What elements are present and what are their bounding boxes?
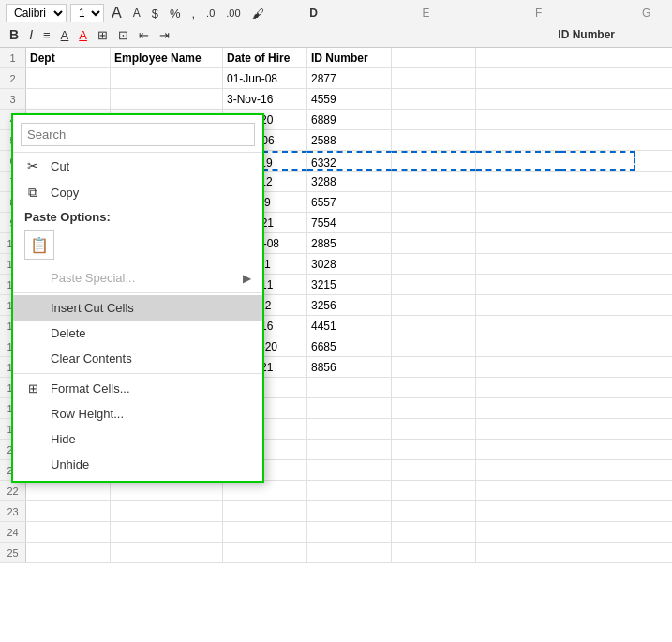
cell-f[interactable] [476, 522, 560, 542]
cell-d[interactable] [307, 522, 392, 542]
bold-button[interactable]: B [6, 25, 22, 44]
cell-f[interactable] [476, 378, 560, 397]
cell-f[interactable] [476, 543, 560, 562]
cell-g[interactable] [560, 275, 635, 294]
cell-b[interactable] [111, 522, 223, 542]
cell-d[interactable] [307, 419, 392, 439]
decrease-decimal-btn[interactable]: .0 [202, 6, 218, 21]
cell-f[interactable] [476, 254, 560, 274]
cell-g[interactable] [560, 68, 635, 88]
cell-e[interactable] [392, 357, 476, 377]
cell-g[interactable] [560, 357, 635, 377]
cell-f[interactable] [476, 172, 560, 191]
cell-g[interactable] [560, 336, 635, 356]
cell-b[interactable] [111, 68, 223, 88]
highlight-color-button[interactable]: A [57, 26, 73, 44]
increase-font-btn[interactable]: A [108, 3, 126, 23]
cell-a[interactable] [26, 522, 111, 542]
cell-g[interactable] [560, 460, 635, 480]
menu-item-cut[interactable]: ✂ Cut [13, 153, 262, 179]
cell-a[interactable] [26, 68, 111, 88]
cell-e[interactable] [392, 316, 476, 336]
cell-g[interactable] [560, 233, 635, 253]
cell-e[interactable] [392, 275, 476, 294]
cell-g[interactable] [560, 398, 635, 418]
cell-d[interactable]: 4451 [307, 316, 392, 336]
cell-c[interactable] [223, 522, 307, 542]
cell-f[interactable] [476, 295, 560, 315]
align-button[interactable]: ≡ [39, 26, 54, 44]
cell-g[interactable] [560, 89, 635, 109]
cell-d[interactable]: 6557 [307, 192, 392, 212]
paint-format-btn[interactable]: 🖌 [248, 5, 268, 22]
cell-f[interactable] [476, 233, 560, 253]
border-button[interactable]: ⊞ [94, 26, 112, 44]
cell-e[interactable] [392, 89, 476, 109]
search-input[interactable] [21, 123, 255, 146]
cell-c[interactable] [223, 481, 307, 500]
cell-b[interactable] [111, 481, 223, 500]
merge-button[interactable]: ⊡ [114, 26, 132, 44]
cell-d[interactable]: 3256 [307, 295, 392, 315]
paste-icon-button[interactable]: 📋 [24, 230, 54, 260]
font-size-select[interactable]: 11 [70, 4, 104, 22]
cell-g[interactable] [560, 316, 635, 336]
cell-e[interactable] [392, 543, 476, 562]
cell-g[interactable] [560, 151, 635, 171]
cell-e[interactable] [392, 68, 476, 88]
menu-item-format-cells[interactable]: ⊞ Format Cells... [13, 376, 262, 401]
cell-g[interactable] [560, 481, 635, 500]
menu-item-paste-special[interactable]: Paste Special... ▶ [13, 265, 262, 291]
cell-g[interactable] [560, 440, 635, 459]
menu-item-delete[interactable]: Delete [13, 321, 262, 346]
cell-f[interactable] [476, 357, 560, 377]
cell-c[interactable]: 3-Nov-16 [223, 89, 307, 109]
menu-item-clear-contents[interactable]: Clear Contents [13, 346, 262, 371]
cell-f[interactable] [476, 316, 560, 336]
indent-increase-btn[interactable]: ⇥ [156, 26, 173, 44]
menu-item-insert-cut-cells[interactable]: Insert Cut Cells [13, 295, 262, 321]
cell-d[interactable]: 3288 [307, 172, 392, 191]
cell-b[interactable]: Employee Name [111, 48, 223, 67]
cell-d[interactable]: 2885 [307, 233, 392, 253]
cell-c[interactable] [223, 543, 307, 562]
cell-d[interactable]: 4559 [307, 89, 392, 109]
cell-f[interactable] [476, 89, 560, 109]
cell-e[interactable] [392, 522, 476, 542]
cell-e[interactable] [392, 192, 476, 212]
cell-d[interactable]: 3028 [307, 254, 392, 274]
cell-f[interactable] [476, 336, 560, 356]
cell-g[interactable] [560, 192, 635, 212]
cell-f[interactable] [476, 192, 560, 212]
cell-d[interactable]: 2877 [307, 68, 392, 88]
cell-e[interactable] [392, 172, 476, 191]
dollar-btn[interactable]: $ [148, 5, 162, 22]
cell-b[interactable] [111, 89, 223, 109]
cell-e[interactable] [392, 130, 476, 150]
cell-f[interactable] [476, 130, 560, 150]
cell-e[interactable] [392, 460, 476, 480]
cell-e[interactable] [392, 48, 476, 67]
cell-f[interactable] [476, 460, 560, 480]
cell-g[interactable] [560, 130, 635, 150]
cell-g[interactable] [560, 172, 635, 191]
cell-e[interactable] [392, 481, 476, 500]
cell-a[interactable] [26, 543, 111, 562]
cell-d[interactable] [307, 398, 392, 418]
cell-f[interactable] [476, 110, 560, 129]
menu-item-copy[interactable]: ⧉ Copy [13, 179, 262, 206]
cell-e[interactable] [392, 336, 476, 356]
cell-d[interactable]: 6685 [307, 336, 392, 356]
cell-g[interactable] [560, 295, 635, 315]
cell-d[interactable] [307, 440, 392, 459]
font-color-button[interactable]: A [75, 26, 91, 44]
cell-c[interactable]: 01-Jun-08 [223, 68, 307, 88]
menu-item-row-height[interactable]: Row Height... [13, 401, 262, 426]
cell-e[interactable] [392, 440, 476, 459]
comma-btn[interactable]: , [187, 5, 199, 22]
cell-g[interactable] [560, 419, 635, 439]
cell-g[interactable] [560, 501, 635, 521]
cell-f[interactable] [476, 151, 560, 171]
cell-d[interactable]: 3215 [307, 275, 392, 294]
cell-f[interactable] [476, 213, 560, 232]
